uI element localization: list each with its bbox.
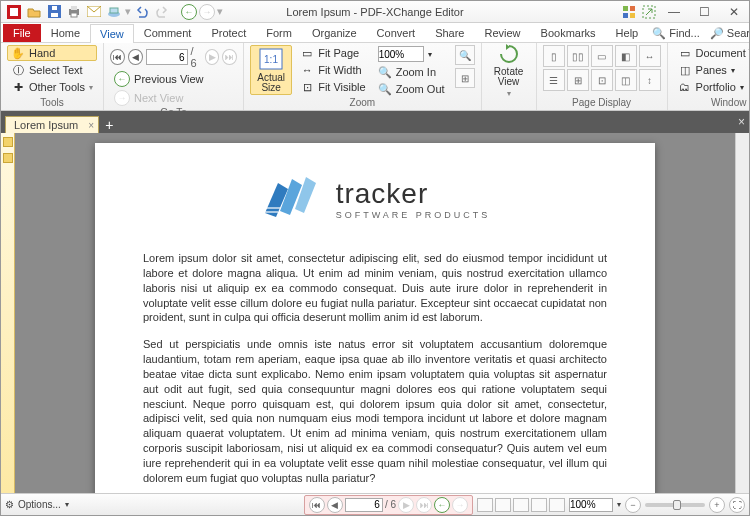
zoom-level-input[interactable]	[378, 46, 424, 62]
document-tabs-button[interactable]: ▭Document Tabs▾	[674, 45, 750, 61]
layout-opt3[interactable]: ⊡	[591, 69, 613, 91]
email-icon[interactable]	[85, 3, 103, 21]
tab-comment[interactable]: Comment	[134, 23, 202, 42]
sb-layout-2[interactable]	[495, 498, 511, 512]
chevron-down-icon: ▾	[65, 500, 69, 509]
bookmarks-panel-button[interactable]	[3, 137, 13, 147]
sb-fullscreen[interactable]: ⛶	[729, 497, 745, 513]
fit-width-button[interactable]: ↔Fit Width	[296, 62, 369, 78]
options-button[interactable]: ⚙ Options... ▾	[5, 499, 69, 510]
undo-icon[interactable]	[133, 3, 151, 21]
sb-first-page[interactable]: ⏮	[309, 497, 325, 513]
ui-options-icon[interactable]	[619, 2, 639, 22]
svg-rect-14	[630, 13, 635, 18]
select-text-button[interactable]: ⒾSelect Text	[7, 62, 97, 78]
sb-next-view[interactable]: →	[452, 497, 468, 513]
last-page-button[interactable]: ⏭	[222, 49, 237, 65]
slider-thumb[interactable]	[673, 500, 681, 510]
close-all-tabs-button[interactable]: ×	[738, 115, 745, 129]
other-label: Other Tools	[29, 81, 85, 93]
tab-file[interactable]: File	[3, 24, 41, 42]
tab-organize[interactable]: Organize	[302, 23, 367, 42]
nav-back-icon[interactable]: ←	[181, 4, 197, 20]
rotate-view-button[interactable]: Rotate View ▾	[488, 45, 530, 95]
open-icon[interactable]	[25, 3, 43, 21]
zoom-level-select[interactable]: ▾	[374, 45, 449, 63]
tab-convert[interactable]: Convert	[367, 23, 426, 42]
sb-layout-3[interactable]	[513, 498, 529, 512]
hand-tool-button[interactable]: ✋Hand	[7, 45, 97, 61]
sb-page-input[interactable]	[345, 498, 383, 512]
launch-icon[interactable]	[639, 2, 659, 22]
redo-icon[interactable]	[153, 3, 171, 21]
vertical-scrollbar[interactable]	[735, 133, 749, 493]
layout-continuous[interactable]: ▯▯	[567, 45, 589, 67]
sb-layout-5[interactable]	[549, 498, 565, 512]
prev-page-button[interactable]: ◀	[128, 49, 143, 65]
layout-facing[interactable]: ▭	[591, 45, 613, 67]
minimize-button[interactable]: —	[659, 2, 689, 22]
thumbnails-panel-button[interactable]	[3, 153, 13, 163]
sb-zoom-input[interactable]	[569, 498, 613, 512]
tab-protect[interactable]: Protect	[201, 23, 256, 42]
document-canvas[interactable]: tracker SOFTWARE PRODUCTS Lorem ipsum do…	[15, 133, 735, 493]
layout-opt5[interactable]: ↕	[639, 69, 661, 91]
tracker-logo-icon	[260, 173, 322, 225]
zoom-tool-2[interactable]: ⊞	[455, 68, 475, 88]
next-view-icon: →	[114, 90, 130, 106]
sb-zoom-slider[interactable]	[645, 503, 705, 507]
layout-opt1[interactable]: ☰	[543, 69, 565, 91]
portfolio-label: Portfolio	[696, 81, 736, 93]
sb-layout-1[interactable]	[477, 498, 493, 512]
find-button[interactable]: 🔍Find...	[648, 24, 704, 42]
actual-size-button[interactable]: 1:1 Actual Size	[250, 45, 292, 95]
close-tab-icon[interactable]: ×	[88, 120, 94, 131]
sb-next-page[interactable]: ▶	[398, 497, 414, 513]
tab-form[interactable]: Form	[256, 23, 302, 42]
first-page-button[interactable]: ⏮	[110, 49, 125, 65]
tab-review[interactable]: Review	[474, 23, 530, 42]
layout-opt2[interactable]: ⊞	[567, 69, 589, 91]
separator: ▾	[125, 3, 131, 21]
search-button[interactable]: 🔎Search...	[706, 24, 750, 42]
sb-layout-4[interactable]	[531, 498, 547, 512]
save-icon[interactable]	[45, 3, 63, 21]
add-tab-button[interactable]: +	[99, 117, 119, 133]
previous-view-button[interactable]: ←Previous View	[110, 70, 237, 88]
fit-page-button[interactable]: ▭Fit Page	[296, 45, 369, 61]
tab-view[interactable]: View	[90, 24, 134, 43]
zoom-out-button[interactable]: 🔍Zoom Out	[374, 81, 449, 97]
nav-fwd-icon[interactable]: →	[199, 4, 215, 20]
zoom-tool-1[interactable]: 🔍	[455, 45, 475, 65]
tab-home[interactable]: Home	[41, 23, 90, 42]
sb-prev-page[interactable]: ◀	[327, 497, 343, 513]
tab-help[interactable]: Help	[606, 23, 649, 42]
close-button[interactable]: ✕	[719, 2, 749, 22]
panes-button[interactable]: ◫Panes▾	[674, 62, 750, 78]
fit-visible-button[interactable]: ⊡Fit Visible	[296, 79, 369, 95]
document-tab[interactable]: Lorem Ipsum ×	[5, 116, 99, 133]
sb-prev-view[interactable]: ←	[434, 497, 450, 513]
next-page-button[interactable]: ▶	[205, 49, 220, 65]
tab-bookmarks[interactable]: Bookmarks	[531, 23, 606, 42]
zoom-in-button[interactable]: 🔍Zoom In	[374, 64, 449, 80]
title-bar: ▾ ← → ▾ Lorem Ipsum - PDF-XChange Editor…	[1, 1, 749, 23]
portfolio-button[interactable]: 🗂Portfolio▾	[674, 79, 750, 95]
scan-icon[interactable]	[105, 3, 123, 21]
other-tools-button[interactable]: ✚Other Tools▾	[7, 79, 97, 95]
sb-zoom-in[interactable]: +	[709, 497, 725, 513]
maximize-button[interactable]: ☐	[689, 2, 719, 22]
layout-single[interactable]: ▯	[543, 45, 565, 67]
qat-dropdown-icon[interactable]: ▾	[217, 3, 223, 21]
tab-share[interactable]: Share	[425, 23, 474, 42]
paragraph-1: Lorem ipsum dolor sit amet, consectetur …	[143, 251, 607, 325]
sb-zoom-out[interactable]: −	[625, 497, 641, 513]
sb-last-page[interactable]: ⏭	[416, 497, 432, 513]
layout-cover[interactable]: ◧	[615, 45, 637, 67]
next-view-button[interactable]: →Next View	[110, 89, 237, 107]
svg-rect-3	[51, 13, 58, 17]
page-number-input[interactable]	[146, 49, 188, 65]
print-icon[interactable]	[65, 3, 83, 21]
layout-rtl[interactable]: ↔	[639, 45, 661, 67]
layout-opt4[interactable]: ◫	[615, 69, 637, 91]
